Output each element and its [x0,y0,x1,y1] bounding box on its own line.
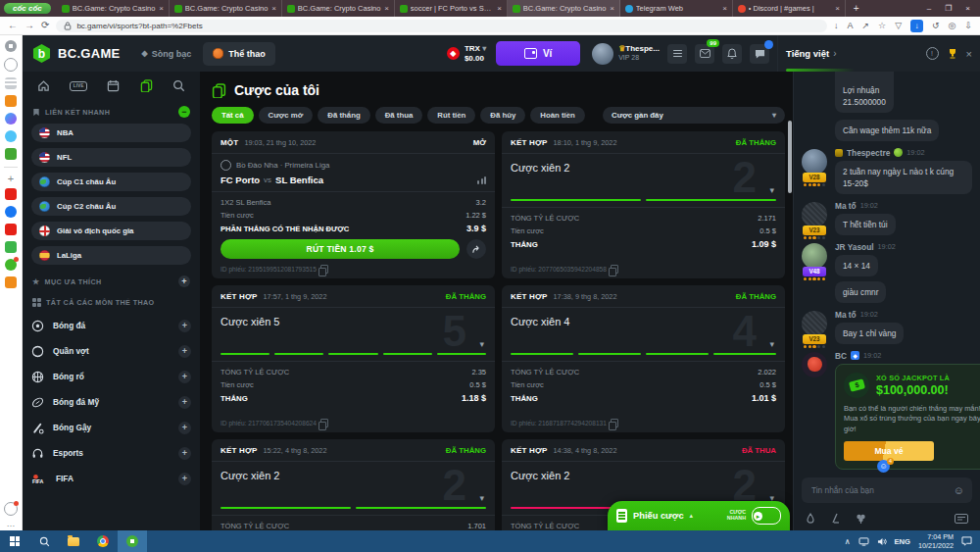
chat-username[interactable]: Ma tố [835,201,857,211]
file-explorer-button[interactable] [59,530,88,552]
sidebar-item-laliga[interactable]: LaLiga [31,246,191,265]
chat-rules-card-icon[interactable] [955,514,968,524]
cashout-button[interactable]: RÚT TIỀN 1.07 $ [220,239,460,259]
sidebar-item-tennis[interactable]: Quần vợt+ [31,338,191,364]
avatar[interactable] [802,243,827,269]
bcgame-logo-icon[interactable]: b [32,44,51,63]
expand-caret-icon[interactable]: ▾ [769,339,774,349]
filter-open[interactable]: Cược mở [259,107,314,124]
browser-tab[interactable]: • Discord | #games |× [733,0,846,17]
tab-close-icon[interactable]: × [722,4,727,13]
lucky-clover-icon[interactable] [856,513,866,525]
chat-close-icon[interactable]: × [966,48,972,60]
live-icon[interactable]: LIVE [70,81,87,91]
calendar-icon[interactable] [107,79,120,92]
expand-plus-icon[interactable]: + [178,371,191,383]
browser-tab-active[interactable]: BC.Game: Crypto Casino× [508,0,620,17]
add-shortcut-icon[interactable]: + [8,175,14,182]
clock[interactable]: 7:04 PM10/21/2022 [918,532,954,550]
sidebar-item-cup-c1[interactable]: Cúp C1 châu Âu [31,173,191,191]
expand-plus-icon[interactable]: + [178,345,191,358]
bet-card-combo[interactable]: KẾT HỢP17:57, 1 thg 9, 2022ĐÃ THẮNG Cược… [212,285,495,432]
share-icon[interactable]: ↗ [862,21,870,30]
crown-rewards-icon[interactable] [5,95,17,107]
filter-refund[interactable]: Hoàn tiền [530,107,585,124]
browser-tab[interactable]: soccer | FC Porto vs SL B× [395,0,508,17]
new-tab-button[interactable]: + [846,3,867,14]
url-field[interactable]: bc.game/vi/sports?bt-path=%2Fbets [56,20,827,32]
bc-bot-avatar[interactable] [802,352,827,377]
sidebar-item-national-league[interactable]: Giải vô địch quốc gia [31,222,191,240]
chat-username[interactable]: Ma tố [835,310,857,320]
scrollbar-thumb[interactable] [788,121,792,193]
zalo-icon[interactable] [5,130,17,142]
sidebar-item-nba[interactable]: NBA [31,124,191,142]
sidebar-item-soccer[interactable]: Bóng đá+ [31,313,191,338]
chat-command-icon[interactable] [830,513,841,524]
tab-close-icon[interactable]: × [271,4,276,13]
emoji-picker-icon[interactable]: ☺ [954,484,964,496]
bet-card-combo[interactable]: KẾT HỢP15:22, 4 thg 8, 2022ĐÃ THẮNG Cược… [212,439,495,530]
downloads-tray-icon[interactable]: ⇩ [964,21,972,30]
coccoc-brand[interactable]: cốc cốc [4,3,51,14]
more-icon[interactable]: … [7,522,16,526]
expand-caret-icon[interactable]: ▾ [479,339,484,349]
avatar[interactable] [802,202,827,227]
quick-bet-toggle[interactable]: ▸ [752,507,781,525]
avatar[interactable] [802,149,827,175]
expand-plus-icon[interactable]: + [178,396,191,409]
adblock-shield-icon[interactable]: ▽ [895,21,902,30]
tab-close-icon[interactable]: × [610,4,614,13]
volume-icon[interactable] [877,537,887,546]
bet-card-single[interactable]: MỘT19:03, 21 thg 10, 2022MỞ Bồ Đào Nha ·… [212,131,495,278]
bet-card-combo[interactable]: KẾT HỢP18:10, 1 thg 9, 2022ĐÃ THẮNG Cược… [502,131,785,278]
copy-icon[interactable] [320,265,328,274]
expand-caret-icon[interactable]: ▾ [479,493,484,503]
chat-username[interactable]: JR Yasoul [835,242,874,252]
profile-icon[interactable]: ◎ [949,21,956,30]
download-icon[interactable]: ↓ [834,21,839,30]
bet-card-combo[interactable]: KẾT HỢP17:38, 9 thg 8, 2022ĐÃ THẮNG Cược… [502,285,785,432]
shopping-cart-icon[interactable] [5,276,17,288]
start-button[interactable] [0,530,29,552]
games-icon[interactable] [5,148,17,160]
match-row[interactable]: FC PortovsSL Benfica [220,175,486,185]
avatar[interactable] [802,311,827,336]
wallet-button[interactable]: Ví [496,41,580,66]
my-bets-icon-active[interactable] [140,79,153,92]
jackpot-promo-card[interactable]: $ XỔ SỐ JACKPOT LÀ $100,000.00! Bạn có t… [835,364,980,470]
notification-bell-icon[interactable] [4,502,18,516]
taskbar-search-button[interactable] [29,530,59,552]
browser-tab[interactable]: BC.Game: Crypto Casino× [57,0,170,17]
chrome-button[interactable] [88,530,118,552]
chat-username[interactable]: BC [835,351,847,361]
youtube-icon[interactable] [5,188,17,200]
bcgame-logo-text[interactable]: BC.GAME [58,46,121,61]
search-icon[interactable] [172,79,185,92]
expand-plus-icon[interactable]: + [178,447,191,460]
collapse-button[interactable]: − [178,106,190,118]
active-download-icon[interactable]: ↓ [910,20,923,32]
expand-caret-icon[interactable]: ▾ [769,185,774,195]
share-bet-button[interactable] [466,239,486,259]
tab-close-icon[interactable]: × [159,4,164,13]
betslip-bar[interactable]: Phiếu cược ▴ CƯỢCNHANH ▸ [608,501,790,530]
trophy-icon[interactable] [947,48,958,60]
copy-icon[interactable] [611,265,618,274]
sidebar-item-basketball[interactable]: Bóng rổ+ [31,364,191,389]
promo-icon[interactable] [5,224,17,235]
back-button[interactable]: ← [8,21,18,30]
sidebar-item-nfl[interactable]: NFL [31,148,191,167]
window-minimize-button[interactable]: – [927,4,931,13]
stats-icon[interactable] [477,176,486,184]
browser-tab[interactable]: Telegram Web× [620,0,733,17]
history-icon[interactable] [4,58,18,72]
tab-close-icon[interactable]: × [384,4,389,13]
expand-plus-icon[interactable]: + [178,473,191,485]
expand-plus-icon[interactable]: + [178,422,191,434]
tab-close-icon[interactable]: × [497,4,502,13]
expand-plus-icon[interactable]: + [178,320,191,332]
window-close-button[interactable]: × [965,4,970,13]
filter-lost[interactable]: Đã thua [375,107,423,124]
vip-progress-button[interactable] [667,44,687,64]
